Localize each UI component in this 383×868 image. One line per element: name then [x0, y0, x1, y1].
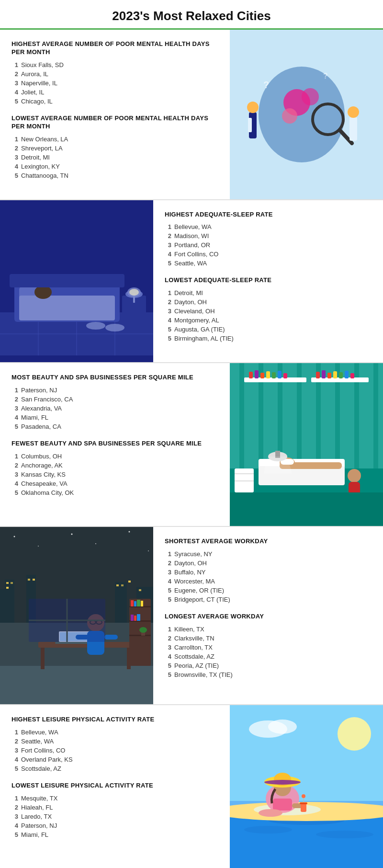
- svg-point-79: [148, 550, 149, 551]
- section-leisure: HIGHEST LEISURE PHYSICAL ACTIVITY RATE 1…: [0, 705, 383, 868]
- svg-rect-41: [373, 363, 378, 468]
- list-item: 2Clarksville, TN: [165, 635, 372, 642]
- svg-rect-139: [273, 799, 292, 811]
- list-highest-sleep: 1Bellevue, WA 2Madison, WI 3Portland, OR…: [165, 223, 372, 267]
- section-workday: SHORTEST AVERAGE WORKDAY 1Syracuse, NY 2…: [0, 527, 383, 705]
- svg-rect-89: [6, 587, 9, 589]
- svg-rect-55: [339, 372, 343, 378]
- svg-rect-52: [322, 370, 326, 378]
- svg-rect-69: [235, 473, 254, 474]
- svg-rect-51: [316, 372, 320, 378]
- list-title-fewest-spa: FEWEST BEAUTY AND SPA BUSINESSES PER SQU…: [11, 440, 218, 448]
- list-item: 1Killeen, TX: [165, 626, 372, 633]
- list-item: 5Chicago, IL: [11, 98, 218, 105]
- list-item: 4Miami, FL: [11, 414, 218, 421]
- list-highest-mental: 1Sioux Falls, SD 2Aurora, IL 3Naperville…: [11, 61, 218, 105]
- mental-health-illustration: ? ?: [235, 45, 378, 184]
- text-panel-mental-health: HIGHEST AVERAGE NUMBER OF POOR MENTAL HE…: [0, 30, 230, 199]
- svg-rect-44: [249, 372, 253, 378]
- text-panel-leisure: HIGHEST LEISURE PHYSICAL ACTIVITY RATE 1…: [0, 705, 230, 868]
- list-item: 3Buffalo, NY: [165, 569, 372, 576]
- svg-rect-71: [230, 492, 383, 526]
- list-item: 2Hialeah, FL: [11, 804, 218, 811]
- svg-rect-147: [300, 802, 307, 804]
- list-item: 3Cleveland, OH: [165, 308, 372, 315]
- svg-rect-146: [301, 803, 306, 812]
- list-item: 5Brownsville, TX (TIE): [165, 671, 372, 678]
- text-panel-workday: SHORTEST AVERAGE WORKDAY 1Syracuse, NY 2…: [153, 527, 383, 704]
- svg-rect-22: [19, 296, 115, 320]
- list-item: 5Oklahoma City, OK: [11, 489, 218, 496]
- svg-rect-116: [134, 601, 136, 606]
- svg-rect-111: [129, 599, 151, 666]
- leisure-illustration: [230, 705, 383, 868]
- list-item: 2Dayton, OH: [165, 298, 372, 306]
- page-title: 2023's Most Relaxed Cities: [10, 9, 373, 23]
- svg-point-31: [105, 324, 124, 331]
- svg-rect-45: [255, 370, 259, 378]
- list-title-highest-sleep: HIGHEST ADEQUATE-SLEEP RATE: [165, 211, 372, 219]
- list-item: 3Laredo, TX: [11, 813, 218, 820]
- svg-rect-114: [129, 635, 151, 636]
- list-shortest-workday: 1Syracuse, NY 2Dayton, OH 3Buffalo, NY 4…: [165, 550, 372, 603]
- list-title-most-spa: MOST BEAUTY AND SPA BUSINESSES PER SQUAR…: [11, 374, 218, 382]
- list-item: 3Fort Collins, CO: [11, 747, 218, 754]
- image-leisure: [230, 705, 383, 868]
- svg-rect-118: [141, 601, 143, 606]
- image-workday: [0, 527, 153, 704]
- svg-rect-9: [248, 118, 252, 132]
- svg-rect-82: [14, 584, 26, 623]
- list-item: 2Madison, WI: [165, 232, 372, 240]
- svg-rect-49: [278, 371, 282, 378]
- list-item: 4Montgomery, AL: [165, 317, 372, 324]
- text-panel-sleep: HIGHEST ADEQUATE-SLEEP RATE 1Bellevue, W…: [153, 200, 383, 363]
- list-most-spa: 1Paterson, NJ 2San Francisco, CA 3Alexan…: [11, 387, 218, 430]
- list-item: 2Shreveport, LA: [11, 145, 218, 152]
- list-title-lowest-sleep: LOWEST ADEQUATE-SLEEP RATE: [165, 276, 372, 285]
- list-item: 3Detroit, MI: [11, 154, 218, 161]
- svg-point-63: [348, 469, 361, 482]
- list-item: 4Paterson, NJ: [11, 822, 218, 829]
- svg-rect-115: [131, 600, 134, 606]
- svg-point-123: [139, 627, 147, 633]
- svg-rect-47: [266, 371, 270, 378]
- list-fewest-spa: 1Columbus, OH 2Anchorage, AK 3Kansas Cit…: [11, 453, 218, 496]
- list-item: 2Seattle, WA: [11, 738, 218, 745]
- list-item: 3Naperville, IL: [11, 80, 218, 87]
- spa-illustration: [230, 363, 383, 526]
- image-spa: [230, 363, 383, 526]
- image-mental-health: ? ?: [230, 30, 383, 199]
- list-item: 5Scottsdale, AZ: [11, 765, 218, 772]
- svg-text:?: ?: [263, 80, 269, 90]
- section-spa: MOST BEAUTY AND SPA BUSINESSES PER SQUAR…: [0, 363, 383, 527]
- svg-rect-90: [28, 579, 30, 581]
- list-item: 1Syracuse, NY: [165, 550, 372, 558]
- list-item: 4Joliet, IL: [11, 89, 218, 96]
- sleep-illustration: [0, 207, 153, 355]
- svg-rect-92: [116, 584, 119, 586]
- svg-point-29: [129, 289, 139, 296]
- list-item: 3Portland, OR: [165, 241, 372, 249]
- svg-rect-93: [121, 584, 124, 586]
- text-panel-spa: MOST BEAUTY AND SPA BUSINESSES PER SQUAR…: [0, 363, 230, 526]
- svg-rect-53: [327, 373, 331, 378]
- svg-rect-110: [104, 635, 118, 640]
- list-item: 5Augusta, GA (TIE): [165, 326, 372, 333]
- svg-point-131: [268, 720, 297, 734]
- svg-rect-34: [239, 363, 244, 468]
- svg-rect-117: [137, 600, 140, 606]
- svg-point-75: [38, 546, 39, 547]
- list-item: 5Seattle, WA: [165, 260, 372, 267]
- svg-rect-57: [350, 373, 354, 378]
- svg-point-8: [247, 102, 259, 113]
- svg-rect-96: [0, 666, 153, 704]
- svg-rect-50: [283, 373, 287, 378]
- list-item: 1New Orleans, LA: [11, 136, 218, 143]
- list-item: 3Kansas City, KS: [11, 471, 218, 478]
- list-longest-workday: 1Killeen, TX 2Clarksville, TN 3Carrollto…: [165, 626, 372, 678]
- list-item: 2Dayton, OH: [165, 560, 372, 567]
- list-item: 5Eugene, OR (TIE): [165, 587, 372, 594]
- page-header: 2023's Most Relaxed Cities: [0, 0, 383, 30]
- svg-point-149: [302, 794, 305, 798]
- svg-rect-98: [41, 648, 45, 669]
